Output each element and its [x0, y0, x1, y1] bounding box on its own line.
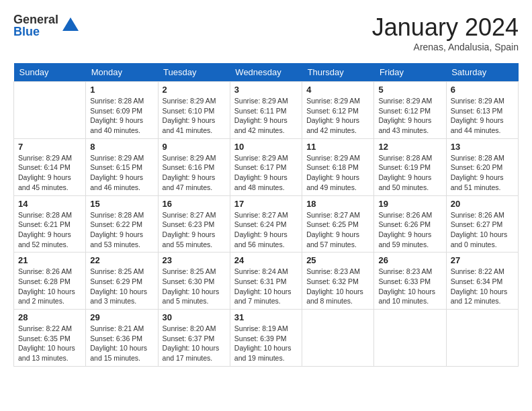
day-header-thursday: Thursday	[302, 63, 374, 82]
day-number: 16	[163, 199, 226, 209]
calendar-cell: 7Sunrise: 8:29 AMSunset: 6:14 PMDaylight…	[14, 138, 86, 195]
calendar-cell: 5Sunrise: 8:29 AMSunset: 6:12 PMDaylight…	[374, 82, 446, 139]
calendar-cell: 18Sunrise: 8:27 AMSunset: 6:25 PMDayligh…	[302, 195, 374, 253]
calendar-cell: 24Sunrise: 8:24 AMSunset: 6:31 PMDayligh…	[230, 253, 302, 310]
calendar-cell: 2Sunrise: 8:29 AMSunset: 6:10 PMDaylight…	[158, 82, 230, 139]
calendar-cell: 22Sunrise: 8:25 AMSunset: 6:29 PMDayligh…	[86, 253, 158, 310]
calendar-cell: 27Sunrise: 8:22 AMSunset: 6:34 PMDayligh…	[446, 253, 518, 310]
week-row-2: 7Sunrise: 8:29 AMSunset: 6:14 PMDaylight…	[14, 138, 519, 195]
calendar-cell: 17Sunrise: 8:27 AMSunset: 6:24 PMDayligh…	[230, 195, 302, 253]
day-info: Sunrise: 8:29 AMSunset: 6:17 PMDaylight:…	[234, 153, 298, 193]
day-info: Sunrise: 8:28 AMSunset: 6:19 PMDaylight:…	[378, 153, 441, 193]
day-info: Sunrise: 8:27 AMSunset: 6:23 PMDaylight:…	[163, 210, 226, 250]
calendar-cell: 4Sunrise: 8:29 AMSunset: 6:12 PMDaylight…	[302, 82, 374, 139]
day-info: Sunrise: 8:29 AMSunset: 6:15 PMDaylight:…	[90, 153, 153, 193]
day-header-tuesday: Tuesday	[158, 63, 230, 82]
day-info: Sunrise: 8:29 AMSunset: 6:14 PMDaylight:…	[18, 153, 81, 193]
calendar-cell: 9Sunrise: 8:29 AMSunset: 6:16 PMDaylight…	[158, 138, 230, 195]
header-row: SundayMondayTuesdayWednesdayThursdayFrid…	[14, 63, 519, 82]
calendar-cell: 11Sunrise: 8:29 AMSunset: 6:18 PMDayligh…	[302, 138, 374, 195]
day-header-wednesday: Wednesday	[230, 63, 302, 82]
day-info: Sunrise: 8:21 AMSunset: 6:36 PMDaylight:…	[90, 324, 153, 363]
calendar-cell: 26Sunrise: 8:23 AMSunset: 6:33 PMDayligh…	[374, 253, 446, 310]
day-number: 13	[451, 142, 514, 152]
day-info: Sunrise: 8:29 AMSunset: 6:16 PMDaylight:…	[163, 153, 226, 193]
logo-blue: Blue	[13, 26, 58, 38]
day-number: 27	[451, 255, 514, 265]
day-info: Sunrise: 8:25 AMSunset: 6:29 PMDaylight:…	[90, 267, 153, 306]
day-number: 7	[18, 142, 81, 152]
calendar-cell	[446, 310, 518, 367]
week-row-3: 14Sunrise: 8:28 AMSunset: 6:21 PMDayligh…	[14, 195, 519, 253]
calendar: SundayMondayTuesdayWednesdayThursdayFrid…	[13, 63, 519, 367]
day-number: 14	[18, 199, 81, 209]
day-number: 12	[378, 142, 441, 152]
day-number: 1	[90, 85, 153, 95]
day-info: Sunrise: 8:29 AMSunset: 6:13 PMDaylight:…	[451, 96, 514, 136]
svg-marker-0	[62, 17, 79, 31]
logo-icon	[61, 16, 80, 35]
day-info: Sunrise: 8:22 AMSunset: 6:35 PMDaylight:…	[18, 324, 81, 363]
calendar-cell: 3Sunrise: 8:29 AMSunset: 6:11 PMDaylight…	[230, 82, 302, 139]
day-number: 19	[378, 199, 441, 209]
calendar-cell: 8Sunrise: 8:29 AMSunset: 6:15 PMDaylight…	[86, 138, 158, 195]
day-number: 4	[306, 85, 369, 95]
day-info: Sunrise: 8:23 AMSunset: 6:32 PMDaylight:…	[306, 267, 369, 306]
day-header-saturday: Saturday	[446, 63, 518, 82]
day-info: Sunrise: 8:22 AMSunset: 6:34 PMDaylight:…	[451, 267, 514, 306]
day-number: 17	[234, 199, 298, 209]
day-number: 31	[234, 312, 298, 322]
day-number: 28	[18, 312, 81, 322]
calendar-cell: 31Sunrise: 8:19 AMSunset: 6:39 PMDayligh…	[230, 310, 302, 367]
day-number: 8	[90, 142, 153, 152]
calendar-cell: 12Sunrise: 8:28 AMSunset: 6:19 PMDayligh…	[374, 138, 446, 195]
day-header-friday: Friday	[374, 63, 446, 82]
calendar-cell	[302, 310, 374, 367]
calendar-cell	[374, 310, 446, 367]
day-info: Sunrise: 8:28 AMSunset: 6:21 PMDaylight:…	[18, 210, 81, 250]
day-number: 11	[306, 142, 369, 152]
week-row-4: 21Sunrise: 8:26 AMSunset: 6:28 PMDayligh…	[14, 253, 519, 310]
day-number: 9	[163, 142, 226, 152]
calendar-cell: 29Sunrise: 8:21 AMSunset: 6:36 PMDayligh…	[86, 310, 158, 367]
day-number: 24	[234, 255, 298, 265]
calendar-cell: 23Sunrise: 8:25 AMSunset: 6:30 PMDayligh…	[158, 253, 230, 310]
day-info: Sunrise: 8:25 AMSunset: 6:30 PMDaylight:…	[163, 267, 226, 306]
day-number: 29	[90, 312, 153, 322]
day-info: Sunrise: 8:26 AMSunset: 6:28 PMDaylight:…	[18, 267, 81, 306]
calendar-cell: 1Sunrise: 8:28 AMSunset: 6:09 PMDaylight…	[86, 82, 158, 139]
calendar-cell: 10Sunrise: 8:29 AMSunset: 6:17 PMDayligh…	[230, 138, 302, 195]
day-number: 10	[234, 142, 298, 152]
day-number: 23	[163, 255, 226, 265]
logo: General Blue	[13, 13, 80, 38]
calendar-cell: 30Sunrise: 8:20 AMSunset: 6:37 PMDayligh…	[158, 310, 230, 367]
calendar-cell: 6Sunrise: 8:29 AMSunset: 6:13 PMDaylight…	[446, 82, 518, 139]
day-info: Sunrise: 8:19 AMSunset: 6:39 PMDaylight:…	[234, 324, 298, 363]
day-info: Sunrise: 8:27 AMSunset: 6:25 PMDaylight:…	[306, 210, 369, 250]
day-info: Sunrise: 8:26 AMSunset: 6:27 PMDaylight:…	[451, 210, 514, 250]
day-number: 3	[234, 85, 298, 95]
month-title: January 2024	[372, 13, 519, 42]
calendar-cell: 21Sunrise: 8:26 AMSunset: 6:28 PMDayligh…	[14, 253, 86, 310]
day-info: Sunrise: 8:24 AMSunset: 6:31 PMDaylight:…	[234, 267, 298, 306]
day-number: 25	[306, 255, 369, 265]
day-number: 22	[90, 255, 153, 265]
day-info: Sunrise: 8:29 AMSunset: 6:12 PMDaylight:…	[378, 96, 441, 136]
week-row-5: 28Sunrise: 8:22 AMSunset: 6:35 PMDayligh…	[14, 310, 519, 367]
calendar-cell: 13Sunrise: 8:28 AMSunset: 6:20 PMDayligh…	[446, 138, 518, 195]
day-info: Sunrise: 8:28 AMSunset: 6:20 PMDaylight:…	[451, 153, 514, 193]
calendar-cell: 15Sunrise: 8:28 AMSunset: 6:22 PMDayligh…	[86, 195, 158, 253]
day-info: Sunrise: 8:29 AMSunset: 6:12 PMDaylight:…	[306, 96, 369, 136]
day-number: 26	[378, 255, 441, 265]
week-row-1: 1Sunrise: 8:28 AMSunset: 6:09 PMDaylight…	[14, 82, 519, 139]
day-info: Sunrise: 8:29 AMSunset: 6:10 PMDaylight:…	[163, 96, 226, 136]
day-header-sunday: Sunday	[14, 63, 86, 82]
day-number: 5	[378, 85, 441, 95]
calendar-cell: 25Sunrise: 8:23 AMSunset: 6:32 PMDayligh…	[302, 253, 374, 310]
day-info: Sunrise: 8:28 AMSunset: 6:09 PMDaylight:…	[90, 96, 153, 136]
day-info: Sunrise: 8:29 AMSunset: 6:18 PMDaylight:…	[306, 153, 369, 193]
day-number: 15	[90, 199, 153, 209]
calendar-cell: 19Sunrise: 8:26 AMSunset: 6:26 PMDayligh…	[374, 195, 446, 253]
page-header: General Blue January 2024 Arenas, Andalu…	[13, 13, 519, 52]
day-number: 21	[18, 255, 81, 265]
